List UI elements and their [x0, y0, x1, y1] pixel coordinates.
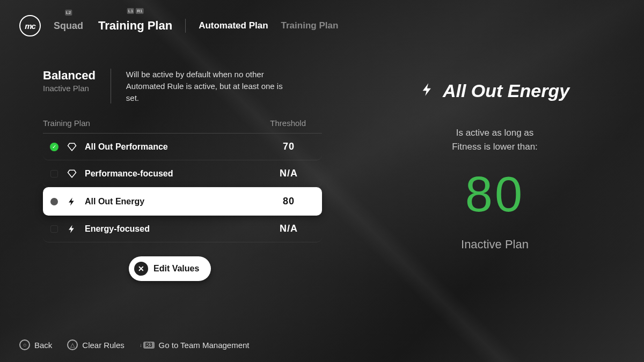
plan-row-energy-focused[interactable]: Energy-focused N/A [43, 216, 322, 242]
footer-clear-label: Clear Rules [82, 341, 124, 350]
r3-button-icon: R3 [143, 342, 155, 349]
nav-divider [185, 19, 186, 33]
mc-logo: mc [19, 15, 41, 36]
footer-back[interactable]: ○ Back [19, 339, 52, 350]
detail-condition-line2: Fitness is lower than: [365, 140, 625, 154]
edit-values-label: Edit Values [153, 264, 199, 274]
detail-title: All Out Energy [443, 80, 569, 101]
row-threshold: N/A [262, 223, 316, 234]
row-label: All Out Energy [85, 197, 254, 206]
row-label: Performance-focused [85, 169, 254, 179]
diamond-icon [67, 142, 77, 152]
plan-row-all-out-performance[interactable]: ✓ All Out Performance 70 [43, 134, 322, 160]
nav-squad-label: Squad [54, 20, 83, 31]
triangle-button-icon: △ [67, 339, 78, 350]
plan-row-performance-focused[interactable]: Performance-focused N/A [43, 160, 322, 187]
l2-badge-icon: L2 [65, 10, 72, 16]
down-arrow-icon: ↓ [140, 342, 142, 348]
plan-subtitle: Inactive Plan [43, 84, 96, 93]
tab-training-plan[interactable]: Training Plan [281, 20, 339, 31]
empty-checkbox-icon [50, 170, 58, 178]
nav-training-plan[interactable]: L1R1 Training Plan [98, 19, 172, 33]
bolt-icon [420, 80, 435, 101]
footer-back-label: Back [34, 341, 52, 350]
row-label: Energy-focused [85, 224, 254, 234]
circle-button-icon: ○ [19, 339, 30, 350]
plan-description: Will be active by default when no other … [126, 69, 292, 104]
row-threshold: 80 [262, 196, 316, 207]
row-threshold: 70 [262, 141, 316, 152]
row-label: All Out Performance [85, 142, 254, 152]
column-header-threshold: Threshold [270, 119, 306, 128]
plan-title: Balanced [43, 69, 96, 83]
row-threshold: N/A [262, 168, 316, 179]
detail-threshold-value: 80 [365, 166, 625, 223]
check-icon: ✓ [50, 143, 58, 151]
nav-squad[interactable]: L2 Squad [54, 20, 83, 32]
r1-badge-icon: R1 [136, 8, 143, 14]
cross-button-icon: ✕ [134, 262, 148, 276]
bolt-icon [67, 196, 77, 207]
plan-row-all-out-energy[interactable]: All Out Energy 80 [43, 187, 322, 216]
diamond-icon [67, 168, 77, 179]
detail-status: Inactive Plan [365, 238, 625, 252]
empty-checkbox-icon [50, 225, 58, 233]
nav-training-plan-label: Training Plan [98, 19, 172, 32]
l1-badge-icon: L1 [127, 8, 134, 14]
detail-condition-line1: Is active as long as [365, 126, 625, 140]
tab-automated-plan[interactable]: Automated Plan [199, 20, 268, 31]
selected-dot-icon [50, 198, 58, 205]
footer-team-management[interactable]: ↓ R3 Go to Team Management [140, 341, 250, 350]
footer-team-mgmt-label: Go to Team Management [159, 341, 250, 350]
edit-values-button[interactable]: ✕ Edit Values [129, 256, 211, 281]
footer-clear-rules[interactable]: △ Clear Rules [67, 339, 124, 350]
column-header-plan: Training Plan [43, 119, 90, 128]
bolt-icon [67, 224, 77, 234]
